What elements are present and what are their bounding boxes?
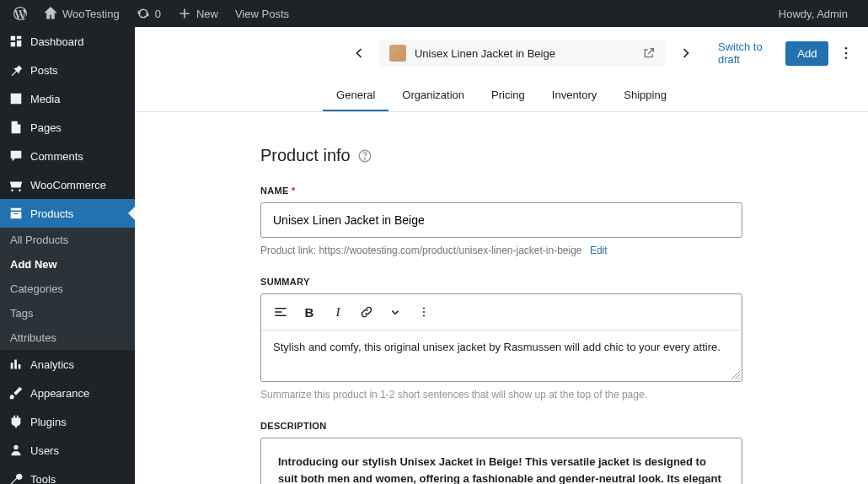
resize-handle-icon[interactable] xyxy=(731,371,740,379)
sidebar-item-media[interactable]: Media xyxy=(0,84,135,113)
sidebar-plugins-label: Plugins xyxy=(30,416,67,428)
sidebar-posts-label: Posts xyxy=(30,64,58,77)
next-product-button[interactable] xyxy=(672,40,699,67)
comment-icon xyxy=(8,148,24,164)
link-button[interactable] xyxy=(354,299,379,325)
svg-point-3 xyxy=(844,57,847,60)
prev-product-button[interactable] xyxy=(346,40,372,67)
wrench-icon xyxy=(8,471,24,484)
products-icon xyxy=(8,206,24,221)
wp-logo-menu[interactable] xyxy=(7,0,34,27)
admin-bar: WooTesting 0 New View Posts Howdy, Admin xyxy=(0,0,868,27)
submenu-add-new[interactable]: Add New xyxy=(0,252,135,277)
tab-pricing[interactable]: Pricing xyxy=(478,80,538,111)
page-icon xyxy=(8,120,24,135)
submenu-categories[interactable]: Categories xyxy=(0,277,135,301)
name-input[interactable] xyxy=(260,202,742,238)
sidebar-woocommerce-label: WooCommerce xyxy=(30,179,106,191)
section-title-text: Product info xyxy=(260,146,351,165)
name-field: NAME * Product link: https://wootesting.… xyxy=(260,186,742,256)
chevron-right-icon xyxy=(678,45,694,62)
align-icon xyxy=(272,304,289,320)
updates-menu[interactable]: 0 xyxy=(130,0,168,27)
bold-button[interactable]: B xyxy=(297,299,322,325)
product-thumbnail xyxy=(389,45,406,62)
more-vertical-icon xyxy=(416,304,431,320)
view-posts-link[interactable]: View Posts xyxy=(228,0,296,27)
tab-organization[interactable]: Organization xyxy=(388,80,478,111)
switch-to-draft-button[interactable]: Switch to draft xyxy=(710,35,777,71)
new-content-menu[interactable]: New xyxy=(171,0,225,27)
new-label: New xyxy=(196,8,218,20)
view-posts-label: View Posts xyxy=(235,8,289,20)
toolbar-more-button[interactable] xyxy=(411,299,437,325)
chevron-down-icon xyxy=(388,304,403,320)
sidebar-products-label: Products xyxy=(30,207,73,220)
add-button[interactable]: Add xyxy=(785,41,828,66)
sidebar-appearance-label: Appearance xyxy=(30,387,89,400)
svg-point-1 xyxy=(844,47,847,50)
svg-point-2 xyxy=(844,52,847,55)
home-icon xyxy=(44,7,57,20)
summary-editor: B I Stylish and comfy, this original uni… xyxy=(260,293,742,382)
chevron-left-icon xyxy=(351,45,367,62)
analytics-icon xyxy=(8,357,24,372)
tab-inventory[interactable]: Inventory xyxy=(538,80,610,111)
sidebar-dashboard-label: Dashboard xyxy=(30,35,84,48)
wordpress-icon xyxy=(13,7,27,20)
submenu-tags[interactable]: Tags xyxy=(0,301,135,325)
sidebar-item-plugins[interactable]: Plugins xyxy=(0,407,135,436)
description-label: DESCRIPTION xyxy=(260,421,742,431)
plugin-icon xyxy=(8,414,24,429)
sidebar-item-posts[interactable]: Posts xyxy=(0,56,135,84)
description-p1: Introducing our stylish Unisex Jacket in… xyxy=(278,454,725,484)
italic-button[interactable]: I xyxy=(325,299,351,325)
sidebar-item-tools[interactable]: Tools xyxy=(0,465,135,484)
sidebar-item-users[interactable]: Users xyxy=(0,436,135,465)
dashboard-icon xyxy=(8,34,24,49)
editor-main: Unisex Linen Jacket in Beige Switch to d… xyxy=(135,27,868,484)
sidebar-media-label: Media xyxy=(30,93,60,105)
product-title-text: Unisex Linen Jacket in Beige xyxy=(415,47,634,60)
paragraph-button[interactable] xyxy=(268,299,293,325)
help-icon[interactable] xyxy=(357,148,372,164)
link-icon xyxy=(359,304,374,320)
sidebar-item-analytics[interactable]: Analytics xyxy=(0,350,135,379)
brush-icon xyxy=(8,385,24,401)
account-menu[interactable]: Howdy, Admin xyxy=(772,0,855,27)
svg-point-5 xyxy=(364,158,365,159)
italic-icon: I xyxy=(336,305,340,320)
permalink-label: Product link: xyxy=(260,245,316,256)
site-name-menu[interactable]: WooTesting xyxy=(37,0,126,27)
product-tabs: General Organization Pricing Inventory S… xyxy=(135,80,868,112)
summary-field: SUMMARY B I Stylish and comfy, this orig… xyxy=(260,277,742,401)
external-link-icon[interactable] xyxy=(642,46,656,60)
sidebar-users-label: Users xyxy=(30,444,59,457)
updates-count: 0 xyxy=(155,8,161,20)
tab-general[interactable]: General xyxy=(323,80,388,111)
plus-icon xyxy=(178,7,191,20)
sidebar-item-woocommerce[interactable]: WooCommerce xyxy=(0,170,135,199)
pin-icon xyxy=(8,62,24,78)
summary-helper: Summarize this product in 1-2 short sent… xyxy=(260,389,742,401)
tab-shipping[interactable]: Shipping xyxy=(610,80,680,111)
sidebar-item-products[interactable]: Products xyxy=(0,199,135,228)
permalink-row: Product link: https://wootesting.com/pro… xyxy=(260,245,742,256)
description-editor[interactable]: Introducing our stylish Unisex Jacket in… xyxy=(260,438,742,484)
product-title-pill[interactable]: Unisex Linen Jacket in Beige xyxy=(379,40,666,67)
submenu-all-products[interactable]: All Products xyxy=(0,228,135,252)
media-icon xyxy=(8,91,24,106)
name-label: NAME * xyxy=(260,186,742,196)
products-submenu: All Products Add New Categories Tags Att… xyxy=(0,228,135,350)
refresh-icon xyxy=(137,7,150,20)
permalink-edit-link[interactable]: Edit xyxy=(590,245,608,256)
dropdown-button[interactable] xyxy=(383,299,408,325)
summary-textarea[interactable]: Stylish and comfy, this original unisex … xyxy=(261,331,742,381)
sidebar-item-comments[interactable]: Comments xyxy=(0,142,135,170)
sidebar-item-dashboard[interactable]: Dashboard xyxy=(0,27,135,56)
more-options-button[interactable] xyxy=(837,41,855,65)
submenu-attributes[interactable]: Attributes xyxy=(0,325,135,350)
bold-icon: B xyxy=(305,305,314,320)
sidebar-item-appearance[interactable]: Appearance xyxy=(0,379,135,407)
sidebar-item-pages[interactable]: Pages xyxy=(0,113,135,142)
